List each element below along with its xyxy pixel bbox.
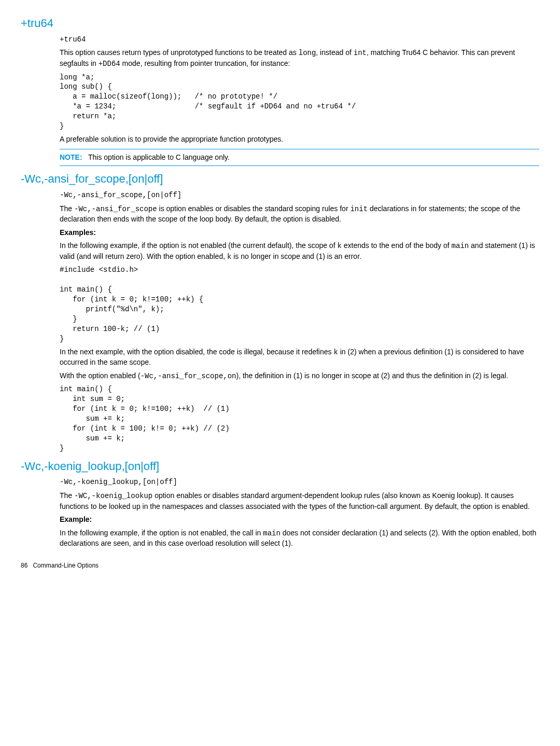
examples-label: Examples: (60, 228, 539, 238)
note-label: NOTE: (60, 153, 82, 161)
inline-code: int (354, 49, 367, 57)
body-text: A preferable solution is to provide the … (60, 134, 539, 145)
inline-code: -Wc,-ansi_for_scope (74, 205, 157, 213)
option-signature: +tru64 (60, 35, 539, 45)
text-fragment: is option enables or disables the standa… (157, 204, 351, 213)
body-text: In the next example, with the option dis… (60, 347, 539, 368)
option-signature: -Wc,-koenig_lookup,[on|off] (60, 477, 539, 488)
body-text: This option causes return types of unpro… (60, 48, 539, 69)
inline-code: k (333, 348, 338, 356)
note-block: NOTE: This option is applicable to C lan… (60, 149, 539, 167)
section-heading-ansi-for-scope: -Wc,-ansi_for_scope,[on|off] (21, 171, 539, 187)
code-block: #include <stdio.h> int main() { for (int… (60, 265, 539, 343)
inline-code: -Wc,-ansi_for_scope,on (141, 372, 236, 380)
inline-code: main (452, 242, 469, 250)
text-fragment: ), the definition in (1) is no longer in… (236, 371, 509, 380)
section-heading-koenig-lookup: -Wc,-koenig_lookup,[on|off] (21, 459, 539, 475)
body-text: In the following example, if the option … (60, 241, 539, 262)
text-fragment: The (60, 491, 74, 500)
text-fragment: In the next example, with the option dis… (60, 348, 333, 356)
text-fragment: is no longer in scope and (1) is an erro… (231, 252, 361, 260)
inline-code: -WC,-koenig_lookup (74, 492, 152, 500)
text-fragment: This option causes return types of unpro… (60, 48, 299, 57)
page-number: 86 (21, 562, 27, 569)
body-text: The -Wc,-ansi_for_scope is option enable… (60, 204, 539, 225)
inline-code: k (337, 242, 341, 250)
text-fragment: With the option enabled ( (60, 371, 141, 380)
text-fragment: The (60, 204, 74, 213)
example-label: Example: (60, 515, 539, 525)
text-fragment: mode, resulting from pointer truncation,… (120, 59, 290, 67)
text-fragment: In the following example, if the option … (60, 241, 337, 250)
option-signature: -Wc,-ansi_for_scope,[on|off] (60, 190, 539, 201)
inline-code: long (299, 49, 316, 57)
text-fragment: , instead of (316, 48, 353, 57)
section-heading-tru64: +tru64 (21, 16, 539, 32)
footer-section-title: Command-Line Options (33, 562, 99, 569)
body-text: In the following example, if the option … (60, 528, 539, 549)
body-text: The -WC,-koenig_lookup option enables or… (60, 491, 539, 512)
note-text: This option is applicable to C language … (88, 153, 230, 161)
inline-code: +DD64 (99, 60, 120, 68)
code-block: long *a; long sub() { a = malloc(sizeof(… (60, 73, 539, 131)
inline-code: init (350, 205, 368, 213)
body-text: With the option enabled (-Wc,-ansi_for_s… (60, 371, 539, 382)
page-footer: 86 Command-Line Options (21, 561, 539, 570)
inline-code: main (263, 529, 281, 537)
text-fragment: In the following example, if the option … (60, 529, 263, 537)
code-block: int main() { int sum = 0; for (int k = 0… (60, 384, 539, 453)
text-fragment: extends to the end of the body of (342, 241, 452, 250)
